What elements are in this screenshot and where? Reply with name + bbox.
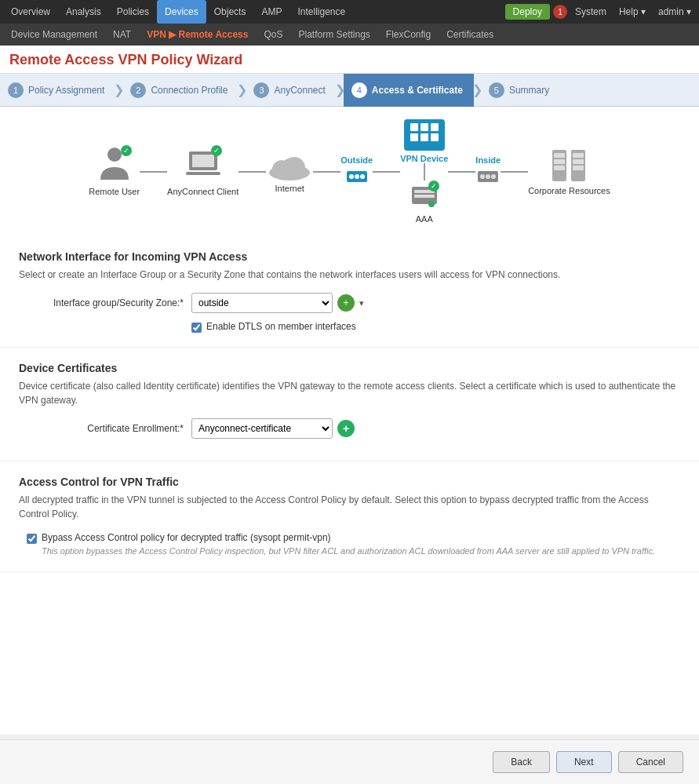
nav-amp[interactable]: AMP (253, 0, 289, 24)
access-control-desc: All decrypted traffic in the VPN tunnel … (19, 493, 680, 521)
internet-label: Internet (275, 184, 304, 193)
top-navigation: Overview Analysis Policies Devices Objec… (0, 0, 699, 24)
server-rack-icon (549, 148, 588, 183)
bypass-acl-checkbox[interactable] (27, 534, 37, 544)
cancel-button[interactable]: Cancel (618, 751, 683, 773)
remote-user-check (121, 145, 132, 156)
access-control-section: Access Control for VPN Traffic All decry… (0, 461, 699, 572)
svg-rect-20 (414, 195, 435, 198)
remote-user-label: Remote User (89, 187, 140, 196)
vpn-device-icon (410, 123, 439, 147)
svg-point-0 (107, 148, 122, 162)
vpn-device-label: VPN Device (400, 154, 448, 163)
wizard-step-2[interactable]: 2 Connection Profile (122, 74, 238, 107)
node-vpn-device: VPN Device AAA (400, 119, 448, 224)
nav-objects[interactable]: Objects (206, 0, 254, 24)
svg-rect-16 (420, 133, 428, 141)
step-num-5: 5 (489, 82, 504, 98)
help-link[interactable]: Help ▾ (614, 6, 650, 17)
svg-rect-13 (420, 123, 428, 131)
line-3 (313, 171, 340, 173)
node-anyconnect-client: AnyConnect Client (167, 147, 238, 196)
certificate-enrollment-label: Certificate Enrollment:* (19, 423, 191, 434)
admin-link[interactable]: admin ▾ (653, 6, 696, 17)
svg-point-21 (428, 201, 435, 207)
main-content: Remote User AnyConnect Client (0, 107, 699, 735)
svg-rect-17 (431, 133, 439, 141)
subnav-vpn-remote-access[interactable]: VPN ▶ Remote Access (139, 24, 256, 46)
svg-point-23 (480, 174, 485, 179)
certificate-enrollment-select[interactable]: Anyconnect-certificate None (191, 418, 333, 439)
nav-analysis[interactable]: Analysis (58, 0, 109, 24)
device-certificates-section: Device Certificates Device certificate (… (0, 348, 699, 461)
wizard-steps: 1 Policy Assignment ❯ 2 Connection Profi… (0, 74, 699, 107)
dropdown-arrow: ▾ (359, 298, 364, 308)
certificate-enrollment-row: Certificate Enrollment:* Anyconnect-cert… (19, 418, 680, 439)
back-button[interactable]: Back (493, 751, 550, 773)
subnav-certificates[interactable]: Certificates (439, 24, 501, 46)
step-num-4: 4 (351, 82, 367, 98)
wizard-step-3[interactable]: 3 AnyConnect (246, 74, 336, 107)
switch-icon (345, 165, 369, 188)
svg-rect-32 (573, 159, 584, 164)
network-interface-title: Network Interface for Incoming VPN Acces… (19, 250, 680, 263)
svg-point-10 (355, 174, 359, 179)
add-interface-group-button[interactable]: + (337, 294, 355, 312)
nav-intelligence[interactable]: Intelligence (289, 0, 353, 24)
nav-policies[interactable]: Policies (109, 0, 157, 24)
network-interface-section: Network Interface for Incoming VPN Acces… (0, 236, 699, 348)
anyconnect-client-label: AnyConnect Client (167, 187, 238, 196)
bypass-acl-row: Bypass Access Control policy for decrypt… (27, 532, 680, 557)
corporate-resources-label: Corporate Resources (528, 186, 610, 195)
deploy-button[interactable]: Deploy (505, 4, 550, 20)
svg-rect-12 (410, 123, 418, 131)
device-certificates-desc: Device certificate (also called Identity… (19, 379, 680, 407)
dtls-checkbox-row: Enable DTLS on member interfaces (191, 321, 680, 333)
node-outside: Outside (340, 155, 373, 188)
wizard-arrow-4: ❯ (472, 82, 482, 97)
subnav-device-management[interactable]: Device Management (3, 24, 105, 46)
step-num-1: 1 (8, 82, 24, 98)
svg-rect-3 (186, 172, 220, 175)
node-internet: Internet (266, 151, 313, 193)
topology-diagram: Remote User AnyConnect Client (0, 107, 699, 236)
vert-line-aaa (424, 163, 425, 181)
network-interface-desc: Select or create an Interface Group or a… (19, 268, 680, 282)
line-6 (501, 171, 528, 173)
outside-label: Outside (340, 155, 373, 165)
svg-rect-2 (192, 155, 214, 167)
wizard-step-1[interactable]: 1 Policy Assignment (0, 74, 115, 107)
dtls-checkbox[interactable] (191, 323, 202, 333)
access-control-title: Access Control for VPN Traffic (19, 476, 680, 488)
line-2 (238, 171, 266, 173)
cloud-icon (266, 151, 313, 182)
alert-badge: 1 (553, 5, 567, 19)
svg-point-25 (491, 174, 496, 179)
subnav-qos[interactable]: QoS (256, 24, 290, 46)
interface-zone-select[interactable]: outside inside any (191, 293, 333, 313)
svg-rect-31 (573, 153, 584, 158)
step-label-3: AnyConnect (274, 85, 325, 96)
nav-devices[interactable]: Devices (157, 0, 206, 24)
wizard-step-5[interactable]: 5 Summary (481, 74, 560, 107)
subnav-flexconfig[interactable]: FlexConfig (378, 24, 439, 46)
system-link[interactable]: System (570, 6, 611, 17)
line-4 (373, 171, 400, 173)
wizard-step-4[interactable]: 4 Access & Certificate (344, 74, 474, 107)
step-num-3: 3 (253, 82, 269, 98)
inside-label: Inside (475, 155, 501, 165)
node-inside: Inside (475, 155, 501, 188)
svg-point-24 (486, 174, 490, 179)
subnav-nat[interactable]: NAT (105, 24, 139, 46)
interface-zone-control: outside inside any + ▾ (191, 293, 364, 313)
step-label-5: Summary (509, 85, 549, 96)
next-button[interactable]: Next (556, 751, 612, 773)
bypass-acl-note: This option bypasses the Access Control … (42, 545, 655, 557)
subnav-platform-settings[interactable]: Platform Settings (290, 24, 377, 46)
line-5 (448, 171, 475, 173)
step-label-1: Policy Assignment (28, 85, 104, 96)
aaa-check (428, 181, 439, 191)
nav-overview[interactable]: Overview (3, 0, 58, 24)
add-certificate-button[interactable]: + (337, 420, 355, 437)
anyconnect-check (211, 145, 222, 156)
